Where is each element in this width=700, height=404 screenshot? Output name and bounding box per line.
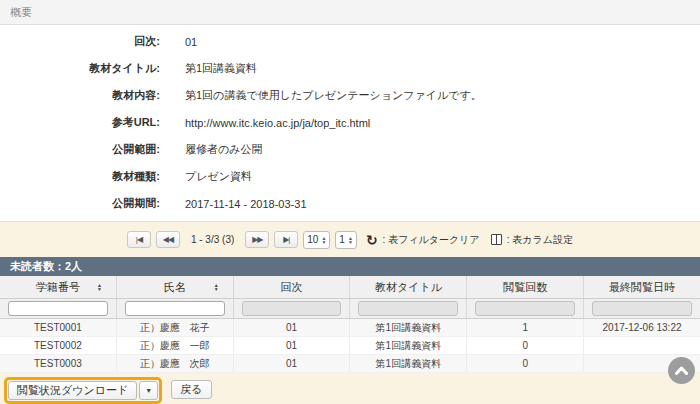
- field-value: http://www.itc.keio.ac.jp/ja/top_itc.htm…: [185, 117, 370, 129]
- field-publish-scope: 公開範囲: 履修者のみ公開: [0, 136, 700, 163]
- cell-student-id: TEST0001: [0, 319, 117, 336]
- field-publish-period: 公開期間: 2017-11-14 - 2018-03-31: [0, 190, 700, 217]
- footer-actions: 閲覧状況ダウンロード ▼ 戻る: [0, 373, 700, 404]
- field-label: 教材種類:: [0, 169, 160, 184]
- column-header-name[interactable]: 氏名 ▲▼: [117, 276, 234, 298]
- filter-cell-view-count: [467, 299, 584, 318]
- field-value: 履修者のみ公開: [185, 142, 263, 157]
- cell-student-id: TEST0002: [0, 337, 117, 354]
- field-material-title: 教材タイトル: 第1回講義資料: [0, 55, 700, 82]
- filter-input-student-id[interactable]: [8, 301, 108, 316]
- prev-page-button[interactable]: ◀◀: [156, 231, 180, 248]
- column-settings-icon[interactable]: [491, 234, 502, 245]
- scroll-to-top-button[interactable]: [668, 357, 695, 384]
- filter-cell-name: [117, 299, 234, 318]
- download-dropdown-toggle[interactable]: ▼: [139, 381, 158, 400]
- filter-cell-material-title: [350, 299, 467, 318]
- page-range-text: 1 - 3/3 (3): [191, 234, 234, 245]
- stepper-arrows-icon: ▲▼: [321, 236, 326, 244]
- filter-input-session: [242, 301, 342, 316]
- field-value: 第1回講義資料: [185, 61, 257, 76]
- next-page-button[interactable]: ▶▶: [245, 231, 269, 248]
- sort-icon[interactable]: ▲▼: [214, 283, 219, 291]
- field-label: 参考URL:: [0, 115, 160, 130]
- pagination-bar: |◀ ◀◀ 1 - 3/3 (3) ▶▶ ▶| 10 ▲▼ 1 ▲▼ ↻ : 表…: [0, 222, 700, 257]
- section-header-overview: 概要: [0, 0, 700, 25]
- filter-input-view-count: [475, 301, 575, 316]
- unread-count-text: 未読者数：2人: [10, 259, 82, 274]
- column-header-session: 回次: [234, 276, 351, 298]
- field-value: 2017-11-14 - 2018-03-31: [185, 198, 307, 210]
- field-label: 教材タイトル:: [0, 61, 160, 76]
- page-number-value: 1: [339, 234, 345, 245]
- learning-material-detail-page: 概要 回次: 01 教材タイトル: 第1回講義資料 教材内容: 第1回の講義で使…: [0, 0, 700, 404]
- filter-cell-student-id: [0, 299, 117, 318]
- cell-name: 正）慶應 一郎: [117, 337, 234, 354]
- table-filter-row: [0, 299, 700, 319]
- caret-down-icon: ▼: [145, 387, 152, 394]
- filter-input-material-title: [358, 301, 458, 316]
- field-reference-url: 参考URL: http://www.itc.keio.ac.jp/ja/top_…: [0, 109, 700, 136]
- overview-title: 概要: [10, 5, 32, 20]
- field-label: 公開範囲:: [0, 142, 160, 157]
- first-page-button[interactable]: |◀: [127, 231, 151, 248]
- cell-view-count: 1: [467, 319, 584, 336]
- page-number-select[interactable]: 1 ▲▼: [335, 231, 357, 249]
- field-material-type: 教材種類: プレゼン資料: [0, 163, 700, 190]
- back-button[interactable]: 戻る: [171, 380, 211, 399]
- cell-material-title: 第1回講義資料: [350, 319, 467, 336]
- table-row[interactable]: TEST0001 正）慶應 花子 01 第1回講義資料 1 2017-12-06…: [0, 319, 700, 337]
- unread-count-bar: 未読者数：2人: [0, 257, 700, 276]
- stepper-arrows-icon: ▲▼: [348, 236, 353, 244]
- cell-last-viewed: 2017-12-06 13:22: [584, 319, 700, 336]
- cell-material-title: 第1回講義資料: [350, 355, 467, 372]
- cell-session: 01: [234, 319, 351, 336]
- field-label: 教材内容:: [0, 88, 160, 103]
- page-size-value: 10: [307, 234, 318, 245]
- field-value: プレゼン資料: [185, 169, 252, 184]
- filter-input-last-viewed: [592, 301, 692, 316]
- field-session: 回次: 01: [0, 28, 700, 55]
- table-row[interactable]: TEST0002 正）慶應 一郎 01 第1回講義資料 0: [0, 337, 700, 355]
- cell-name: 正）慶應 次郎: [117, 355, 234, 372]
- refresh-filter-clear-icon[interactable]: ↻: [366, 232, 378, 248]
- column-header-student-id[interactable]: 学籍番号 ▲▼: [0, 276, 117, 298]
- cell-last-viewed: [584, 337, 700, 354]
- cell-view-count: 0: [467, 355, 584, 372]
- column-header-material-title: 教材タイトル: [350, 276, 467, 298]
- cell-view-count: 0: [467, 337, 584, 354]
- filter-input-name[interactable]: [125, 301, 225, 316]
- last-page-button[interactable]: ▶|: [274, 231, 298, 248]
- column-header-last-viewed: 最終閲覧日時: [584, 276, 700, 298]
- filter-clear-label: : 表フィルタークリア: [383, 233, 480, 247]
- download-view-status-button[interactable]: 閲覧状況ダウンロード: [8, 381, 137, 400]
- field-label: 公開期間:: [0, 196, 160, 211]
- cell-student-id: TEST0003: [0, 355, 117, 372]
- chevron-up-icon: [675, 366, 688, 375]
- filter-cell-last-viewed: [584, 299, 700, 318]
- table-header-row: 学籍番号 ▲▼ 氏名 ▲▼ 回次 教材タイトル 閲覧回数 最終閲覧日時: [0, 276, 700, 299]
- cell-name: 正）慶應 花子: [117, 319, 234, 336]
- cell-session: 01: [234, 337, 351, 354]
- filter-cell-session: [234, 299, 351, 318]
- sort-icon[interactable]: ▲▼: [97, 283, 102, 291]
- field-label: 回次:: [0, 34, 160, 49]
- field-value: 第1回の講義で使用したプレゼンテーションファイルです。: [185, 88, 482, 103]
- page-size-select[interactable]: 10 ▲▼: [303, 231, 330, 249]
- table-row[interactable]: TEST0003 正）慶應 次郎 01 第1回講義資料 0: [0, 355, 700, 373]
- column-settings-label: : 表カラム設定: [507, 233, 573, 247]
- cell-session: 01: [234, 355, 351, 372]
- overview-panel: 回次: 01 教材タイトル: 第1回講義資料 教材内容: 第1回の講義で使用した…: [0, 25, 700, 222]
- column-header-view-count: 閲覧回数: [467, 276, 584, 298]
- field-value: 01: [185, 36, 197, 48]
- highlight-annotation-box: 閲覧状況ダウンロード ▼: [4, 377, 162, 404]
- cell-material-title: 第1回講義資料: [350, 337, 467, 354]
- field-material-content: 教材内容: 第1回の講義で使用したプレゼンテーションファイルです。: [0, 82, 700, 109]
